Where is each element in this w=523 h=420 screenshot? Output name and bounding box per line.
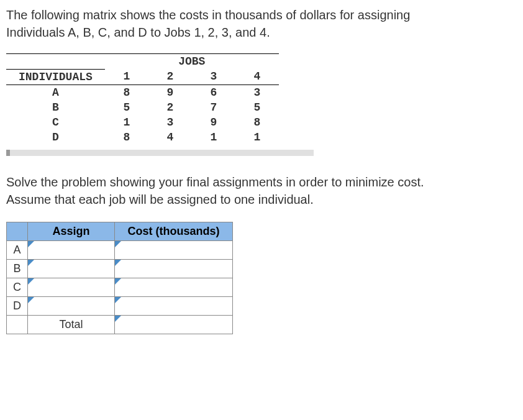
individuals-label: INDIVIDUALS — [6, 69, 105, 84]
assign-input-b[interactable] — [28, 259, 115, 278]
assign-input-a[interactable] — [28, 240, 115, 259]
cell-d-2: 4 — [148, 130, 192, 145]
problem-line-2: Individuals A, B, C, and D to Jobs 1, 2,… — [6, 25, 270, 39]
cell-c-4: 8 — [235, 115, 279, 130]
cell-c-3: 9 — [192, 115, 235, 130]
cell-d-4: 1 — [235, 130, 279, 145]
job-header-4: 4 — [235, 69, 279, 84]
answer-row-c-label: C — [7, 278, 28, 296]
job-header-1: 1 — [105, 69, 148, 84]
row-label-b: B — [6, 100, 105, 115]
row-label-d: D — [6, 130, 105, 145]
assign-input-c[interactable] — [28, 278, 115, 296]
job-header-3: 3 — [192, 69, 235, 84]
answer-row-a-label: A — [7, 240, 28, 259]
instruction-line-2: Assume that each job will be assigned to… — [6, 193, 314, 206]
total-row-blank — [7, 315, 28, 334]
cell-d-1: 8 — [105, 130, 148, 145]
cost-matrix-table: JOBS INDIVIDUALS 1 2 3 4 A 8 9 6 3 B 5 2… — [6, 53, 279, 145]
cell-c-1: 1 — [105, 115, 148, 130]
row-label-c: C — [6, 115, 105, 130]
answer-row-d-label: D — [7, 296, 28, 315]
answer-table: Assign Cost (thousands) A B C D Total — [6, 222, 233, 334]
job-header-2: 2 — [148, 69, 192, 84]
cost-matrix-container: JOBS INDIVIDUALS 1 2 3 4 A 8 9 6 3 B 5 2… — [6, 53, 517, 145]
cost-input-a[interactable] — [115, 240, 233, 259]
cost-input-b[interactable] — [115, 259, 233, 278]
instruction-line-1: Solve the problem showing your final ass… — [6, 175, 424, 189]
problem-line-1: The following matrix shows the costs in … — [6, 8, 410, 22]
assign-input-d[interactable] — [28, 296, 115, 315]
cell-b-1: 5 — [105, 100, 148, 115]
cell-a-2: 9 — [148, 84, 192, 100]
cell-c-2: 3 — [148, 115, 192, 130]
cell-d-3: 1 — [192, 130, 235, 145]
instruction-text: Solve the problem showing your final ass… — [6, 173, 517, 208]
cost-input-c[interactable] — [115, 278, 233, 296]
cost-header: Cost (thousands) — [115, 222, 233, 240]
total-cost-input[interactable] — [115, 315, 233, 334]
jobs-label: JOBS — [105, 54, 279, 70]
scroll-thumb[interactable] — [6, 150, 10, 156]
row-label-a: A — [6, 84, 105, 100]
cell-a-4: 3 — [235, 84, 279, 100]
scroll-bar[interactable] — [6, 150, 314, 156]
assign-header: Assign — [28, 222, 115, 240]
blank-header — [7, 222, 28, 240]
total-label: Total — [28, 315, 115, 334]
cell-a-1: 8 — [105, 84, 148, 100]
problem-statement: The following matrix shows the costs in … — [6, 6, 517, 41]
cost-input-d[interactable] — [115, 296, 233, 315]
answer-row-b-label: B — [7, 259, 28, 278]
cell-b-2: 2 — [148, 100, 192, 115]
cell-a-3: 6 — [192, 84, 235, 100]
cell-b-3: 7 — [192, 100, 235, 115]
cell-b-4: 5 — [235, 100, 279, 115]
